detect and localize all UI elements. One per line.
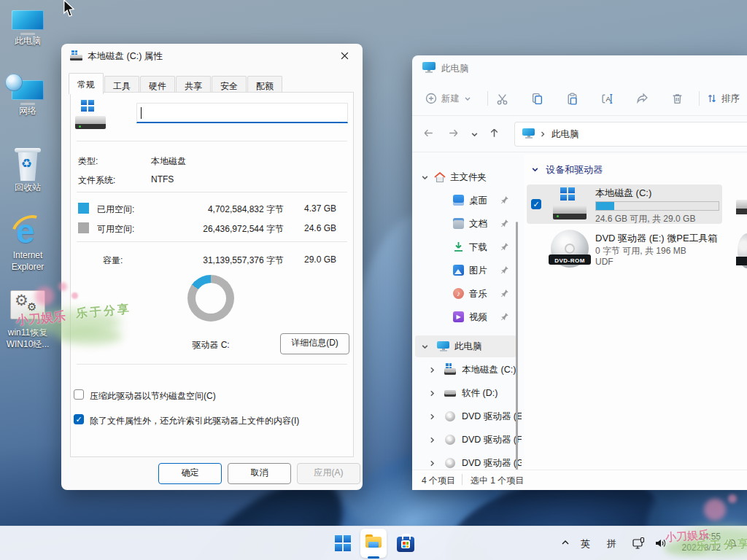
share-icon <box>636 93 649 105</box>
apply-button[interactable]: 应用(A) <box>297 463 360 484</box>
index-checkbox[interactable]: ✓ <box>74 414 84 424</box>
mouse-cursor <box>63 0 76 18</box>
chevron-down-icon <box>421 343 429 351</box>
desktop-icon-this-pc[interactable]: 此电脑 <box>0 10 55 47</box>
start-button[interactable] <box>332 532 354 554</box>
forward-icon <box>449 130 457 136</box>
desktop-icon-recycle-bin[interactable]: ♻ 回收站 <box>0 148 55 193</box>
explorer-title: 此电脑 <box>441 63 469 75</box>
filesystem-value: NTFS <box>151 174 174 184</box>
drive-icon <box>70 50 82 61</box>
ime-language-button[interactable]: 英 <box>581 537 590 551</box>
sort-button-label: 排序 <box>721 93 740 105</box>
pin-icon <box>500 265 509 274</box>
chevron-up-icon <box>560 537 570 548</box>
sidebar-item-drive-d[interactable]: 软件 (D:) <box>415 382 516 404</box>
sidebar-item-pictures[interactable]: 图片 <box>415 260 516 281</box>
sidebar-item-dvd-g[interactable]: DVD 驱动器 (G:) <box>415 452 516 470</box>
filesystem-label: 文件系统: <box>78 174 115 187</box>
share-button[interactable] <box>636 82 649 115</box>
dvd-icon <box>445 411 455 421</box>
sidebar-item-documents[interactable]: 文档 <box>415 213 516 235</box>
cut-button[interactable] <box>496 82 508 115</box>
volume-tray-button[interactable] <box>654 537 667 552</box>
music-icon: ♪ <box>453 288 464 299</box>
used-space-size: 4.37 GB <box>304 203 336 214</box>
index-checkbox-label[interactable]: 除了文件属性外，还允许索引此驱动器上文件的内容(I) <box>90 415 299 427</box>
this-pc-icon <box>522 128 535 139</box>
divider <box>77 241 347 242</box>
ime-mode-button[interactable]: 拼 <box>607 537 616 551</box>
new-button[interactable]: 新建 <box>425 82 471 115</box>
selected-count: 选中 1 个项目 <box>471 475 524 487</box>
recent-locations-button[interactable] <box>471 131 479 141</box>
sidebar-item-desktop[interactable]: 桌面 <box>415 190 516 211</box>
desktop-icon-internet-explorer[interactable]: e Internet Explorer <box>0 213 55 273</box>
documents-folder-icon <box>453 218 464 229</box>
copy-button[interactable] <box>531 82 543 115</box>
sidebar-item-dvd-e[interactable]: DVD 驱动器 (E:) <box>415 405 516 427</box>
sidebar-item-videos[interactable]: ▶ 视频 <box>415 306 516 328</box>
desktop-icon-win11-restore[interactable]: ⚙ ⚙ win11恢复 WIN10经... <box>0 290 55 350</box>
dialog-titlebar[interactable]: 本地磁盘 (C:) 属性 <box>61 44 363 67</box>
explorer-window: 此电脑 新建 A 排序 <box>412 55 747 490</box>
sidebar-item-home[interactable]: 主文件夹 <box>415 166 516 188</box>
sidebar-scrollbar[interactable] <box>516 222 518 470</box>
item-checkbox[interactable]: ✓ <box>531 199 541 209</box>
drive-tile-dvd-e[interactable]: DVD-ROM DVD 驱动器 (E:) 微PE工具箱 0 字节 可用, 共 1… <box>527 228 722 270</box>
divider <box>77 192 347 192</box>
desktop-icon-network[interactable]: 网络 <box>0 80 55 117</box>
file-explorer-taskbar-button[interactable] <box>360 529 387 558</box>
back-button[interactable] <box>422 127 435 141</box>
svg-text:A: A <box>605 95 611 103</box>
paste-button[interactable] <box>566 82 578 115</box>
desktop-icon-label: win11恢复 WIN10经... <box>0 327 55 350</box>
sidebar-item-downloads[interactable]: 下载 <box>415 236 516 258</box>
toolbar-separator <box>487 91 488 106</box>
volume-label-input[interactable] <box>136 103 348 123</box>
drive-caption: 24.6 GB 可用, 共 29.0 GB <box>595 213 695 225</box>
network-tray-button[interactable] <box>632 537 645 552</box>
drive-name: DVD 驱动器 (E:) 微PE工具箱 <box>595 232 718 245</box>
ethernet-icon <box>632 537 645 550</box>
pin-icon <box>500 219 509 228</box>
microsoft-store-button[interactable] <box>395 532 417 554</box>
dvd-icon <box>445 435 455 445</box>
tray-chevron-button[interactable] <box>560 537 570 550</box>
explorer-address-bar: 此电脑 <box>412 115 747 152</box>
breadcrumb[interactable]: 此电脑 <box>514 122 747 147</box>
close-button[interactable] <box>332 48 357 64</box>
details-button[interactable]: 详细信息(D) <box>280 333 349 354</box>
ok-button[interactable]: 确定 <box>158 463 222 484</box>
notification-center-button[interactable]: z <box>725 536 739 552</box>
sidebar-item-this-pc[interactable]: 此电脑 <box>415 335 516 357</box>
explorer-main-pane: 设备和驱动器 ✓ 本地磁盘 (C:) 24.6 GB 可用, 共 29.0 GB <box>524 155 747 470</box>
rename-button[interactable]: A <box>601 82 614 115</box>
clock[interactable]: 14:55 2022/8/12 <box>673 532 721 553</box>
used-space-swatch <box>78 203 89 214</box>
desktop-icon-label: 此电脑 <box>0 35 55 47</box>
desktop-icon-label: 网络 <box>0 105 55 117</box>
chevron-right-icon <box>428 366 436 374</box>
group-header[interactable]: 设备和驱动器 <box>531 163 603 176</box>
taskbar: 英 拼 14:55 2022/8/12 z <box>0 526 747 560</box>
breadcrumb-root[interactable]: 此电脑 <box>551 128 579 141</box>
drive-tile-c[interactable]: ✓ 本地磁盘 (C:) 24.6 GB 可用, 共 29.0 GB <box>527 184 722 224</box>
sidebar-item-dvd-f[interactable]: DVD 驱动器 (F:) <box>415 429 516 451</box>
compress-checkbox-label[interactable]: 压缩此驱动器以节约磁盘空间(C) <box>90 390 216 402</box>
gears-icon: ⚙ ⚙ <box>10 290 45 319</box>
forward-button[interactable] <box>447 127 460 141</box>
explorer-command-bar: 新建 A 排序 <box>412 82 747 116</box>
cancel-button[interactable]: 取消 <box>228 463 291 484</box>
compress-checkbox[interactable] <box>74 389 84 400</box>
sort-button[interactable]: 排序 <box>706 82 740 115</box>
toolbar-separator <box>699 91 700 106</box>
up-button[interactable] <box>488 127 500 141</box>
delete-button[interactable] <box>671 82 684 115</box>
sidebar-item-music[interactable]: ♪ 音乐 <box>415 283 516 305</box>
videos-icon: ▶ <box>453 311 464 322</box>
explorer-sidebar: 主文件夹 桌面 文档 下载 图片 <box>412 155 522 470</box>
sidebar-item-drive-c[interactable]: 本地磁盘 (C:) <box>415 359 516 381</box>
tab-general[interactable]: 常规 <box>69 73 104 94</box>
explorer-titlebar[interactable]: 此电脑 <box>412 55 747 82</box>
